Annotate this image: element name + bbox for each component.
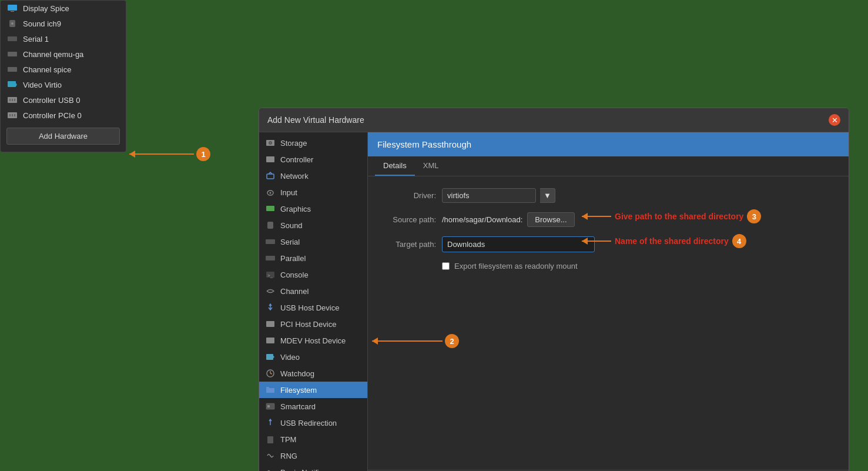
hw-item-video[interactable]: Video xyxy=(259,349,367,365)
annotation-3: Give path to the shared directory 3 xyxy=(582,209,761,223)
svg-rect-24 xyxy=(266,206,274,211)
mdev-list-icon xyxy=(265,336,276,345)
annotation-1: 1 xyxy=(129,147,210,161)
sidebar-item-label: Channel spice xyxy=(23,65,71,74)
sidebar-item-label: Channel qemu-ga xyxy=(23,50,83,59)
hw-item-controller[interactable]: Controller xyxy=(259,151,367,168)
hw-item-channel[interactable]: Channel xyxy=(259,283,367,299)
hw-item-pci-host[interactable]: PCI Host Device xyxy=(259,316,367,332)
hw-item-graphics[interactable]: Graphics xyxy=(259,201,367,217)
hw-item-filesystem[interactable]: Filesystem xyxy=(259,382,367,398)
sound-list-icon xyxy=(265,221,276,230)
watchdog-list-icon xyxy=(265,369,276,378)
sidebar-item-video[interactable]: Video Virtio xyxy=(1,77,126,92)
hw-item-mdev-host[interactable]: MDEV Host Device xyxy=(259,332,367,349)
hw-item-label: Input xyxy=(280,188,297,197)
channel-spice-icon xyxy=(6,65,18,74)
hw-item-usb-host[interactable]: USB Host Device xyxy=(259,299,367,316)
display-icon xyxy=(6,4,18,13)
hw-item-label: Serial xyxy=(280,238,300,246)
driver-select[interactable]: virtiofs xyxy=(442,188,536,203)
hw-item-rng[interactable]: RNG xyxy=(259,447,367,464)
annotation-label-3: Give path to the shared directory xyxy=(615,212,743,221)
svg-rect-25 xyxy=(267,222,273,229)
controller-pcie-icon xyxy=(6,111,18,120)
svg-rect-6 xyxy=(8,67,17,72)
svg-rect-5 xyxy=(8,52,17,56)
svg-rect-38 xyxy=(267,405,270,407)
hw-item-label: Panic Notifier xyxy=(280,468,326,472)
svg-rect-21 xyxy=(267,174,274,179)
hw-item-smartcard[interactable]: Smartcard xyxy=(259,398,367,415)
svg-rect-31 xyxy=(266,338,274,343)
hw-item-label: Channel xyxy=(280,287,309,296)
tpm-list-icon xyxy=(265,435,276,444)
readonly-checkbox[interactable] xyxy=(442,262,450,270)
hw-item-label: Watchdog xyxy=(280,369,314,378)
hw-item-watchdog[interactable]: Watchdog xyxy=(259,365,367,382)
tab-details[interactable]: Details xyxy=(375,156,415,176)
browse-button[interactable]: Browse... xyxy=(527,212,574,227)
target-path-input[interactable] xyxy=(442,236,595,252)
controller-usb-icon xyxy=(6,95,18,105)
hw-item-storage[interactable]: Storage xyxy=(259,135,367,151)
channel-icon xyxy=(6,49,18,59)
hw-item-sound[interactable]: Sound xyxy=(259,217,367,233)
hw-item-network[interactable]: Network xyxy=(259,168,367,184)
hw-item-console[interactable]: >_ Console xyxy=(259,266,367,283)
sidebar-item-controller-usb[interactable]: Controller USB 0 xyxy=(1,92,126,108)
sidebar-item-channel-qemu[interactable]: Channel qemu-ga xyxy=(1,46,126,62)
network-list-icon xyxy=(265,171,276,181)
hardware-list: Storage Controller Network Input xyxy=(259,132,368,471)
hw-item-label: Network xyxy=(280,172,309,181)
panic-list-icon xyxy=(265,467,276,471)
annotation-number-1: 1 xyxy=(196,147,210,161)
readonly-label[interactable]: Export filesystem as readonly mount xyxy=(454,262,578,270)
sidebar-item-display[interactable]: Display Spice xyxy=(1,1,126,16)
storage-icon xyxy=(265,138,276,148)
svg-rect-26 xyxy=(266,239,275,244)
hw-item-label: USB Host Device xyxy=(280,303,339,312)
svg-rect-32 xyxy=(266,354,273,360)
annotation-number-3: 3 xyxy=(747,209,761,223)
svg-rect-7 xyxy=(8,81,16,87)
add-hardware-button[interactable]: Add Hardware xyxy=(6,128,120,145)
svg-rect-0 xyxy=(8,5,17,11)
parallel-list-icon xyxy=(265,253,276,263)
hw-item-label: Sound xyxy=(280,221,303,230)
svg-rect-39 xyxy=(267,436,273,443)
console-list-icon: >_ xyxy=(265,270,276,279)
dialog-titlebar: Add New Virtual Hardware ✕ xyxy=(259,108,849,132)
sidebar-item-label: Video Virtio xyxy=(23,81,62,89)
annotation-4: Name of the shared directory 4 xyxy=(582,234,746,248)
annotation-label-4: Name of the shared directory xyxy=(615,236,729,246)
usb-host-list-icon xyxy=(265,303,276,312)
hw-item-usb-redir[interactable]: USB Redirection xyxy=(259,415,367,431)
source-path-value: /home/sagar/Download: xyxy=(442,215,522,224)
hw-item-label: Graphics xyxy=(280,205,311,213)
pci-list-icon xyxy=(265,319,276,329)
usbredir-list-icon xyxy=(265,418,276,427)
hw-item-panic[interactable]: Panic Notifier xyxy=(259,464,367,471)
hw-item-label: PCI Host Device xyxy=(280,320,336,329)
sidebar-item-label: Sound ich9 xyxy=(23,19,61,28)
tab-xml[interactable]: XML xyxy=(415,156,447,176)
hw-item-serial[interactable]: Serial xyxy=(259,233,367,250)
sidebar-item-controller-pcie[interactable]: Controller PCIe 0 xyxy=(1,108,126,123)
dialog-body: Storage Controller Network Input xyxy=(259,132,849,471)
sidebar-item-label: Serial 1 xyxy=(23,35,49,44)
smartcard-list-icon xyxy=(265,402,276,411)
hw-item-tpm[interactable]: TPM xyxy=(259,431,367,447)
driver-dropdown-arrow[interactable]: ▼ xyxy=(540,188,555,203)
close-button[interactable]: ✕ xyxy=(829,114,840,126)
add-hardware-dialog: Add New Virtual Hardware ✕ Storage Contr… xyxy=(259,108,849,471)
sidebar-item-channel-spice[interactable]: Channel spice xyxy=(1,62,126,77)
hw-item-parallel[interactable]: Parallel xyxy=(259,250,367,266)
sidebar-item-serial[interactable]: Serial 1 xyxy=(1,31,126,46)
svg-rect-20 xyxy=(266,156,274,162)
svg-point-19 xyxy=(270,142,271,143)
sidebar-item-sound[interactable]: Sound ich9 xyxy=(1,16,126,31)
hw-item-input[interactable]: Input xyxy=(259,184,367,201)
driver-label: Driver: xyxy=(377,191,436,200)
target-path-label: Target path: xyxy=(377,240,436,249)
